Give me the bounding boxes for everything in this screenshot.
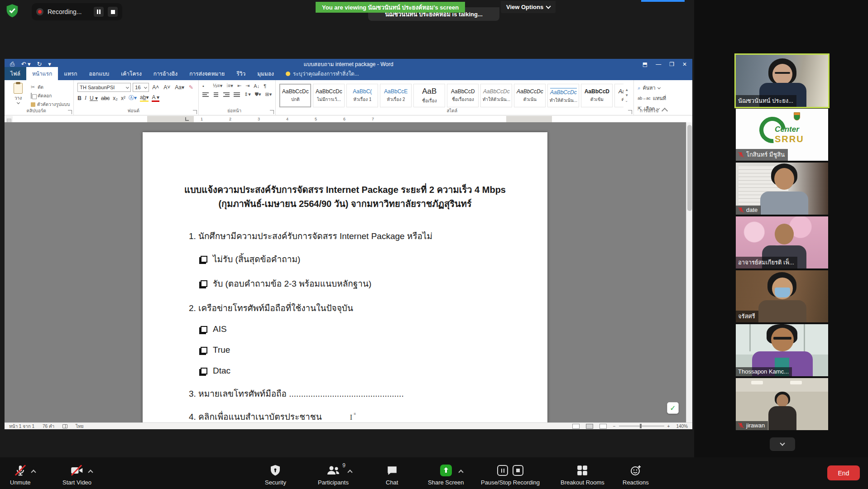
- video-options-chevron[interactable]: [88, 470, 93, 475]
- shrink-font-button[interactable]: A˅: [162, 84, 172, 91]
- font-dialog-launcher[interactable]: [193, 110, 197, 114]
- superscript-button[interactable]: x²: [121, 95, 125, 101]
- checkbox-icon[interactable]: [201, 256, 207, 263]
- share-screen-button[interactable]: Share Screen: [428, 464, 464, 486]
- checkbox-icon[interactable]: [201, 347, 207, 354]
- document-page[interactable]: แบบแจ้งความประสงค์รับการจัดสรร Internet …: [143, 132, 547, 422]
- align-right-button[interactable]: [223, 92, 230, 97]
- font-name-combobox[interactable]: TH SarabunPSI: [77, 83, 131, 92]
- copy-button[interactable]: คัดลอก: [31, 92, 70, 99]
- multilevel-list-button[interactable]: ⫶≡▾: [226, 83, 233, 89]
- format-painter-button[interactable]: ตัวคัดวางรูปแบบ: [31, 101, 70, 108]
- align-center-button[interactable]: [213, 92, 219, 97]
- participant-tile[interactable]: อาจารย์สมเกียรติ เพ็...: [736, 216, 828, 268]
- tab-view[interactable]: มุมมอง: [251, 67, 280, 80]
- tab-layout[interactable]: เค้าโครง: [115, 67, 148, 80]
- style-heading2[interactable]: AaBbCcEหัวเรื่อง 2: [380, 84, 412, 107]
- print-layout-button[interactable]: [586, 424, 593, 429]
- style-quote[interactable]: AaBbCcDคำอ้างอิง: [614, 84, 623, 107]
- proofing-icon[interactable]: [62, 424, 67, 428]
- style-emphasis[interactable]: AaBbCcDcตัวเน้น: [514, 84, 546, 107]
- participant-tile[interactable]: jirawan: [736, 378, 828, 430]
- checkbox-icon[interactable]: [201, 368, 207, 374]
- cut-button[interactable]: ✂ตัด: [31, 84, 70, 91]
- restore-button[interactable]: ❐: [669, 61, 674, 67]
- pause-recording-icon[interactable]: [497, 465, 508, 476]
- word-count[interactable]: 76 คำ: [43, 423, 54, 430]
- document-canvas[interactable]: แบบแจ้งความประสงค์รับการจัดสรร Internet …: [5, 122, 686, 422]
- annotation-check-button[interactable]: ✓: [667, 402, 679, 414]
- ribbon-display-options-button[interactable]: ⬒: [643, 61, 647, 67]
- style-strong[interactable]: AaBbCcDตัวเข้ม: [581, 84, 613, 107]
- tab-insert[interactable]: แทรก: [58, 67, 83, 80]
- justify-button[interactable]: [234, 92, 240, 97]
- highlight-color-button[interactable]: ab̲▾: [140, 94, 149, 102]
- paragraph-dialog-launcher[interactable]: [270, 110, 274, 114]
- tell-me-box[interactable]: ระบุว่าคุณต้องการทำสิ่งใด...: [280, 67, 365, 80]
- tab-home[interactable]: หน้าแรก: [26, 67, 58, 80]
- start-video-button[interactable]: Start Video: [62, 464, 91, 486]
- change-case-button[interactable]: Aa▾: [173, 84, 186, 91]
- style-title[interactable]: AaBชื่อเรื่อง: [413, 84, 445, 107]
- share-options-chevron[interactable]: [458, 470, 463, 475]
- show-paragraph-marks-button[interactable]: ¶: [264, 83, 266, 89]
- align-left-button[interactable]: [202, 92, 209, 97]
- style-subtle-emphasis[interactable]: AaBbCcDcทำให้ตัวเน้น...: [480, 84, 512, 107]
- audio-options-chevron[interactable]: [31, 470, 36, 475]
- view-options-button[interactable]: View Options: [501, 1, 556, 13]
- chat-button[interactable]: Chat: [386, 464, 398, 486]
- language-status[interactable]: ไทย: [76, 423, 83, 430]
- text-effects-button[interactable]: Ⓐ▾: [129, 94, 137, 102]
- grow-font-button[interactable]: A˄: [151, 84, 160, 91]
- tab-mailings[interactable]: การส่งจดหมาย: [183, 67, 230, 80]
- zoom-slider[interactable]: −+: [613, 424, 670, 429]
- stop-recording-button[interactable]: [108, 7, 118, 17]
- reactions-button[interactable]: Reactions: [623, 464, 649, 486]
- clipboard-dialog-launcher[interactable]: [68, 110, 72, 114]
- styles-scroll-down[interactable]: ▼: [625, 93, 628, 97]
- paste-button[interactable]: วาง: [8, 83, 28, 108]
- style-subtitle[interactable]: AaBbCcDชื่อเรื่องรอง: [447, 84, 479, 107]
- styles-more[interactable]: ⌄: [625, 99, 628, 103]
- participant-tile[interactable]: Center SRRU โกสินทร์ มีชูสิน: [736, 109, 828, 161]
- participant-tile-speaker[interactable]: นัฌชวนันทน์ ประยง...: [736, 55, 828, 107]
- font-color-button[interactable]: A ▾: [152, 94, 159, 102]
- font-size-combobox[interactable]: 16: [133, 83, 149, 92]
- increase-indent-button[interactable]: ⇥: [245, 83, 249, 89]
- strikethrough-button[interactable]: abc: [101, 95, 110, 101]
- zoom-level[interactable]: 140%: [676, 424, 688, 429]
- shading-button[interactable]: ⛊▾: [255, 91, 261, 97]
- underline-button[interactable]: U ▾: [90, 95, 98, 101]
- style-normal[interactable]: AaBbCcDcปกติ: [279, 84, 311, 107]
- page-count[interactable]: หน้า 1 จาก 1: [9, 423, 34, 430]
- minimize-button[interactable]: —: [656, 61, 661, 67]
- end-meeting-button[interactable]: End: [827, 465, 860, 480]
- stop-recording-icon[interactable]: [513, 465, 523, 476]
- style-no-spacing[interactable]: AaBbCcDcไม่มีการเว้...: [313, 84, 345, 107]
- numbering-button[interactable]: ⅓≡▾: [213, 83, 222, 89]
- security-button[interactable]: Security: [265, 464, 286, 486]
- participant-tile[interactable]: จรัสศรี: [736, 270, 828, 322]
- line-spacing-button[interactable]: ⇕▾: [244, 91, 251, 97]
- tab-file[interactable]: ไฟล์: [5, 67, 26, 80]
- tab-stop-selector[interactable]: [185, 117, 189, 121]
- clear-formatting-button[interactable]: ✎: [187, 84, 195, 91]
- close-button[interactable]: ✕: [682, 61, 687, 67]
- participants-button[interactable]: 9 Participants: [318, 464, 349, 486]
- italic-button[interactable]: I: [85, 95, 86, 101]
- sort-button[interactable]: A↓: [254, 83, 259, 89]
- bold-button[interactable]: B: [77, 95, 82, 101]
- pause-recording-button[interactable]: [94, 7, 104, 17]
- pause-stop-recording-button[interactable]: Pause/Stop Recording: [481, 464, 540, 486]
- bullets-button[interactable]: [202, 83, 209, 88]
- tab-review[interactable]: รีวิว: [230, 67, 251, 80]
- tab-references[interactable]: การอ้างอิง: [148, 67, 183, 80]
- scrollbar-thumb[interactable]: [687, 125, 692, 211]
- borders-button[interactable]: ⊞▾: [265, 91, 272, 97]
- participants-options-chevron[interactable]: [347, 470, 352, 475]
- styles-scroll-up[interactable]: ▲: [625, 88, 628, 92]
- checkbox-icon[interactable]: [201, 326, 207, 333]
- decrease-indent-button[interactable]: ⇤: [237, 83, 241, 89]
- horizontal-ruler[interactable]: 1234567: [147, 116, 552, 122]
- participant-tile[interactable]: Thossapon Kamc...: [736, 324, 828, 376]
